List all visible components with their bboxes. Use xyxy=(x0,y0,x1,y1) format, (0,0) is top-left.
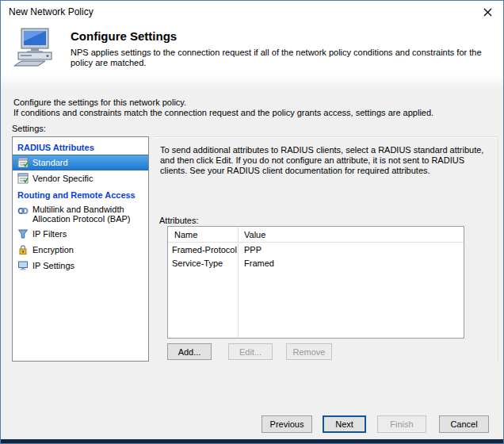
settings-item-vendor-specific[interactable]: Vendor Specific xyxy=(13,170,148,186)
new-network-policy-dialog: New Network Policy Configure Settings xyxy=(0,0,504,444)
add-button[interactable]: Add... xyxy=(167,343,212,360)
link-icon xyxy=(17,205,29,216)
wizard-header: Configure Settings NPS applies settings … xyxy=(1,23,503,74)
header-divider xyxy=(1,74,503,90)
window-title: New Network Policy xyxy=(9,6,94,17)
settings-item-label: IP Filters xyxy=(32,229,67,239)
standard-attributes-panel: To send additional attributes to RADIUS … xyxy=(154,136,498,362)
edit-button[interactable]: Edit... xyxy=(228,343,273,360)
settings-item-label: Vendor Specific xyxy=(32,174,93,183)
attribute-name: Framed-Protocol xyxy=(168,245,238,255)
attribute-form-edit-icon xyxy=(17,173,29,184)
settings-item-ip-filters[interactable]: IP Filters xyxy=(13,226,148,242)
page-description: NPS applies settings to the connection r… xyxy=(71,48,498,68)
attribute-row[interactable]: Framed-Protocol PPP xyxy=(168,243,464,256)
panel-description: To send additional attributes to RADIUS … xyxy=(160,145,493,176)
attributes-table-header: Name Value xyxy=(168,227,464,243)
computer-small-icon xyxy=(17,260,29,271)
page-title: Configure Settings xyxy=(71,29,177,43)
intro-line-1: Configure the settings for this network … xyxy=(13,98,186,107)
settings-item-label: Standard xyxy=(32,158,68,167)
intro-line-2: If conditions and constraints match the … xyxy=(13,108,433,117)
next-button[interactable]: Next xyxy=(323,415,366,433)
settings-item-encryption[interactable]: Encryption xyxy=(13,242,148,258)
settings-item-label: Encryption xyxy=(32,245,74,255)
column-header-value[interactable]: Value xyxy=(238,230,464,239)
settings-item-label: IP Settings xyxy=(32,261,74,270)
settings-group-radius-attributes: RADIUS Attributes xyxy=(13,139,148,155)
column-header-name[interactable]: Name xyxy=(168,230,238,239)
previous-button[interactable]: Previous xyxy=(262,415,312,433)
settings-label: Settings: xyxy=(12,124,46,133)
attribute-row[interactable]: Service-Type Framed xyxy=(168,256,464,270)
remove-button[interactable]: Remove xyxy=(286,343,332,360)
filter-icon xyxy=(17,228,29,239)
settings-list: RADIUS Attributes Standard xyxy=(12,136,149,362)
attribute-value: PPP xyxy=(238,245,464,255)
settings-item-label: Multilink and Bandwidth Allocation Proto… xyxy=(32,205,145,224)
attributes-label: Attributes: xyxy=(159,216,199,225)
attribute-name: Service-Type xyxy=(168,258,238,268)
attribute-value: Framed xyxy=(238,258,464,268)
settings-group-routing-remote-access: Routing and Remote Access xyxy=(13,186,148,202)
attribute-form-icon xyxy=(17,157,29,168)
settings-item-standard[interactable]: Standard xyxy=(13,155,148,170)
lock-icon xyxy=(17,244,29,255)
close-icon xyxy=(483,8,492,17)
settings-item-multilink-bap[interactable]: Multilink and Bandwidth Allocation Proto… xyxy=(13,202,148,226)
cancel-button[interactable]: Cancel xyxy=(439,415,489,433)
window-bottom-edge xyxy=(1,439,503,443)
computer-icon xyxy=(13,28,57,69)
settings-item-ip-settings[interactable]: IP Settings xyxy=(13,258,148,274)
titlebar: New Network Policy xyxy=(1,1,503,23)
attributes-table: Name Value Framed-Protocol PPP Service-T… xyxy=(167,226,464,339)
finish-button[interactable]: Finish xyxy=(377,415,426,433)
column-divider xyxy=(238,227,239,338)
close-button[interactable] xyxy=(476,4,498,20)
